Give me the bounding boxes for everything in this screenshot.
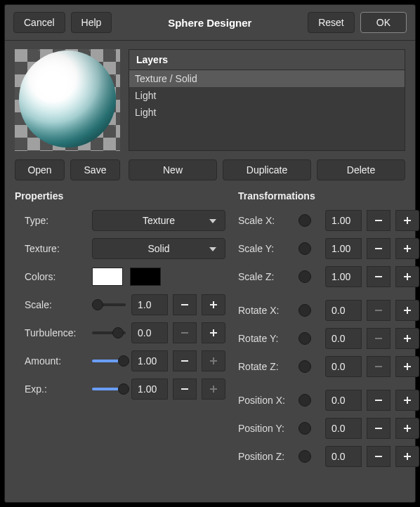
dialog-window: Cancel Help Sphere Designer Reset OK Lay… <box>4 4 416 503</box>
posz-label: Position Z: <box>238 451 293 462</box>
svg-rect-9 <box>181 388 188 390</box>
rotz-input[interactable]: 0.0 <box>325 356 362 377</box>
posz-decrement[interactable] <box>367 446 391 467</box>
svg-rect-30 <box>375 400 382 401</box>
scaley-decrement[interactable] <box>367 238 391 259</box>
svg-rect-18 <box>375 276 382 277</box>
scalex-input[interactable]: 1.00 <box>325 210 362 231</box>
svg-rect-27 <box>375 366 382 367</box>
cancel-button[interactable]: Cancel <box>13 12 65 33</box>
amount-decrement[interactable] <box>173 350 197 371</box>
layer-item[interactable]: Light <box>129 87 405 104</box>
reset-button[interactable]: Reset <box>308 12 355 33</box>
scaley-label: Scale Y: <box>238 243 293 254</box>
rotx-label: Rotate X: <box>238 305 293 316</box>
turbulence-decrement <box>173 322 197 343</box>
svg-rect-8 <box>213 357 214 364</box>
roty-increment[interactable] <box>395 328 419 349</box>
duplicate-button[interactable]: Duplicate <box>223 159 311 180</box>
exp-input[interactable]: 1.00 <box>131 378 168 400</box>
ok-button[interactable]: OK <box>360 12 407 33</box>
save-button[interactable]: Save <box>70 159 120 180</box>
scalez-radio[interactable] <box>298 270 311 283</box>
layers-header: Layers <box>129 50 405 70</box>
svg-rect-32 <box>407 397 408 404</box>
colors-label: Colors: <box>25 271 86 282</box>
exp-label: Exp.: <box>25 383 86 395</box>
posz-increment[interactable] <box>395 446 419 467</box>
scaley-input[interactable]: 1.00 <box>325 238 362 259</box>
properties-section: Properties Type: Texture Texture: Solid … <box>15 190 225 473</box>
rotz-increment[interactable] <box>395 356 419 377</box>
roty-input[interactable]: 0.0 <box>325 328 362 349</box>
posx-increment[interactable] <box>395 390 419 411</box>
dialog-title: Sphere Designer <box>117 17 302 29</box>
scalex-increment[interactable] <box>395 210 419 231</box>
color-2-swatch[interactable] <box>130 268 161 286</box>
scale-decrement[interactable] <box>173 294 197 315</box>
posx-radio[interactable] <box>298 394 311 407</box>
scale-label: Scale: <box>25 299 86 310</box>
new-button[interactable]: New <box>129 159 217 180</box>
svg-rect-15 <box>375 248 382 249</box>
type-value: Texture <box>143 215 175 226</box>
svg-rect-38 <box>407 453 408 460</box>
rotx-increment[interactable] <box>395 300 419 321</box>
scalex-decrement[interactable] <box>367 210 391 231</box>
posz-radio[interactable] <box>298 450 311 463</box>
svg-rect-33 <box>375 428 382 429</box>
posy-input[interactable]: 0.0 <box>325 418 362 439</box>
amount-label: Amount: <box>25 355 86 367</box>
rotx-radio[interactable] <box>298 304 311 317</box>
posz-input[interactable]: 0.0 <box>325 446 362 467</box>
titlebar: Cancel Help Sphere Designer Reset OK <box>5 5 415 41</box>
layer-item[interactable]: Light <box>129 104 405 121</box>
sphere-render <box>19 51 116 147</box>
posy-decrement[interactable] <box>367 418 391 439</box>
layers-panel: Layers Texture / SolidLightLight <box>129 49 405 151</box>
posx-decrement[interactable] <box>367 390 391 411</box>
scalex-radio[interactable] <box>298 214 311 227</box>
layers-list: Texture / SolidLightLight <box>129 70 405 150</box>
rotz-decrement <box>367 356 391 377</box>
scale-increment[interactable] <box>202 294 225 315</box>
posy-label: Position Y: <box>238 423 293 434</box>
rotz-label: Rotate Z: <box>238 361 293 372</box>
turbulence-input[interactable]: 0.0 <box>131 322 168 343</box>
texture-value: Solid <box>147 243 169 254</box>
scalez-input[interactable]: 1.00 <box>325 266 362 287</box>
transformations-section: Transformations Scale X:1.00Scale Y:1.00… <box>238 190 419 473</box>
svg-rect-35 <box>407 425 408 432</box>
svg-rect-14 <box>407 217 408 224</box>
open-button[interactable]: Open <box>15 159 65 180</box>
rotz-radio[interactable] <box>298 360 311 373</box>
scaley-increment[interactable] <box>395 238 419 259</box>
scaley-radio[interactable] <box>298 242 311 255</box>
svg-rect-26 <box>407 335 408 342</box>
type-combo[interactable]: Texture <box>92 210 225 231</box>
transformations-title: Transformations <box>238 190 419 202</box>
scalez-increment[interactable] <box>395 266 419 287</box>
texture-label: Texture: <box>25 243 86 254</box>
posy-radio[interactable] <box>298 422 311 435</box>
roty-radio[interactable] <box>298 332 311 345</box>
scale-slider[interactable] <box>92 298 126 311</box>
exp-decrement[interactable] <box>173 378 197 400</box>
type-label: Type: <box>25 215 86 226</box>
delete-button[interactable]: Delete <box>317 159 405 180</box>
sphere-preview <box>15 49 120 151</box>
turbulence-slider[interactable] <box>92 327 126 339</box>
layer-item[interactable]: Texture / Solid <box>129 70 405 87</box>
color-1-swatch[interactable] <box>92 268 123 286</box>
turbulence-increment[interactable] <box>202 322 225 343</box>
scale-input[interactable]: 1.0 <box>131 294 168 315</box>
help-button[interactable]: Help <box>71 12 112 33</box>
amount-slider[interactable] <box>92 355 126 367</box>
posx-input[interactable]: 0.0 <box>325 390 362 411</box>
amount-input[interactable]: 1.00 <box>131 350 168 371</box>
texture-combo[interactable]: Solid <box>92 238 225 259</box>
exp-slider[interactable] <box>92 383 126 395</box>
scalez-decrement[interactable] <box>367 266 391 287</box>
rotx-input[interactable]: 0.0 <box>325 300 362 321</box>
posy-increment[interactable] <box>395 418 419 439</box>
